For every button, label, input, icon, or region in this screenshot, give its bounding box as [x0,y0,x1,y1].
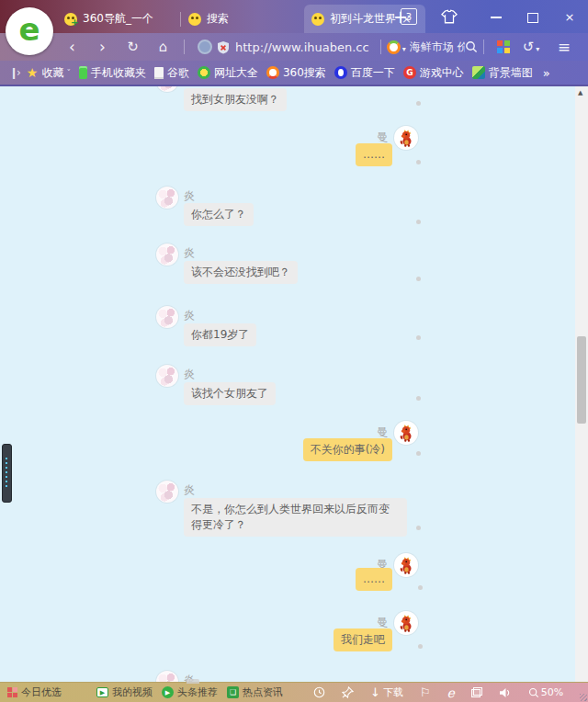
refresh-button[interactable]: ↻ [118,34,148,60]
tab-favicon-icon [64,13,77,26]
bookmark-baidu[interactable]: 百度一下 [334,65,395,81]
paragraph-comment-dot[interactable] [416,220,421,224]
message-bubble: 不是，你怎么到人类世界回来以后反而变得更冷了？ [184,498,407,537]
tab-favicon-icon [311,13,324,26]
download-button[interactable]: ↓ 下载 [370,685,403,699]
download-arrow-icon: ↓ [370,685,380,699]
sender-name: 炎 [184,308,195,323]
news-icon: ❏ [227,686,239,698]
flag-icon[interactable]: ⚐ [420,685,431,699]
bookmark-360-search[interactable]: 360搜索 [266,65,326,81]
home-button[interactable]: ⌂ [148,34,178,60]
bookmark-site-directory[interactable]: 网址大全 [198,65,258,81]
app-grid-icon[interactable] [497,40,510,53]
search-magnifier-icon[interactable] [465,40,478,53]
forward-button[interactable]: › [87,34,118,60]
statusbar-collapse-handle[interactable] [187,679,199,684]
avatar-flower [156,306,178,328]
avatar-flower [156,671,178,682]
security-shield-icon[interactable] [217,40,230,54]
minimize-button[interactable] [478,10,514,24]
url-field[interactable]: http://www.ihuaben.cc [235,40,369,54]
paragraph-comment-dot[interactable] [416,277,421,281]
paragraph-comment-dot[interactable] [418,644,423,649]
chevron-down-icon[interactable]: ▾ [402,45,406,53]
ie-mode-icon[interactable]: e [447,685,455,700]
divider [184,40,185,54]
message-bubble: 该找个女朋友了 [184,382,276,405]
session-count-badge[interactable]: 3 [401,8,417,25]
page-icon [154,67,164,79]
avatar-dragon [394,126,418,150]
tab-search[interactable]: 搜索 [181,5,304,33]
story-stage[interactable]: ▲ 找到女朋友没啊？曼……炎你怎么了？炎该不会还没找到吧？炎你都19岁了炎该找个… [0,86,588,682]
message-bubble: 你都19岁了 [184,323,256,346]
image-icon [472,66,485,79]
paragraph-comment-dot[interactable] [416,451,421,456]
page-zoom-button[interactable]: 50% [528,686,563,698]
theme-shirt-icon[interactable] [441,9,458,24]
message-bubble: 找到女朋友没啊？ [184,88,287,111]
today-picks-button[interactable]: 今日优选 [7,685,62,699]
game-center-icon: G [403,66,416,79]
history-clock-icon[interactable] [313,686,325,698]
divider [380,40,381,54]
window-close-button[interactable]: × [551,10,588,24]
recently-closed-icon[interactable]: ↺▾ [523,39,544,55]
speed-mode-icon[interactable] [198,40,212,54]
paragraph-comment-dot[interactable] [416,526,421,530]
scrollbar-thumb[interactable] [577,336,586,424]
menu-hamburger-icon[interactable]: ≡ [548,34,579,60]
tab-360-nav[interactable]: 360导航_一个 [57,5,180,33]
bookmark-google[interactable]: 谷歌 [154,65,189,81]
bookmarks-expand-icon[interactable]: ❙› [9,66,19,79]
bookmark-mobile-favorites[interactable]: 手机收藏夹 [79,65,146,81]
headline-feed-button[interactable]: ▶ 头条推荐 [162,685,218,699]
my-videos-button[interactable]: ▶ 我的视频 [96,685,153,699]
bookmarks-overflow-icon[interactable]: » [543,66,550,80]
tab-favicon-icon [188,13,201,26]
zoom-level: 50% [541,686,563,698]
message-bubble: …… [356,568,392,591]
scroll-up-arrow-icon[interactable]: ▲ [578,89,582,96]
search-box[interactable]: ▾ 海鲜市场 价 [387,40,478,55]
site-directory-icon [198,66,210,79]
sender-name: 炎 [184,482,195,498]
browser-logo-icon[interactable]: e [6,7,53,55]
search-input[interactable]: 海鲜市场 价 [410,40,465,55]
status-bar: 今日优选 ▶ 我的视频 ▶ 头条推荐 ❏ 热点资讯 ↓ 下载 ⚐ e [0,682,588,702]
paragraph-comment-dot[interactable] [416,335,421,340]
paragraph-comment-dot[interactable] [416,160,421,164]
message-bubble: 我们走吧 [334,628,392,651]
bookmark-favorites[interactable]: ★ 收藏 ˅ [27,65,71,81]
back-button[interactable]: ‹ [57,34,87,60]
avatar-flower [156,86,178,92]
video-icon: ▶ [96,687,108,697]
multi-window-icon[interactable] [471,687,482,697]
paragraph-comment-dot[interactable] [416,101,421,106]
play-icon: ▶ [162,686,174,698]
bookmark-game-center[interactable]: G 游戏中心 [403,65,464,81]
speaker-icon[interactable] [499,687,512,698]
paragraph-comment-dot[interactable] [418,585,423,590]
avatar-flower [156,481,178,503]
phone-icon [79,66,87,79]
star-icon: ★ [27,65,39,80]
bookmarks-bar: ❙› ★ 收藏 ˅ 手机收藏夹 谷歌 网址大全 360搜索 百度一下 G 游戏中 [0,61,588,86]
sender-name: 炎 [184,245,195,261]
search-engine-icon[interactable] [387,40,401,54]
browser-window: e 360导航_一个 搜索 初到斗龙世界 × + 3 [0,0,588,702]
hot-news-button[interactable]: ❏ 热点资讯 [227,685,283,699]
bookmark-wallpaper[interactable]: 背景墙图 [472,65,533,81]
pin-icon[interactable] [342,686,354,698]
tab-title: 初到斗龙世界 [330,11,396,27]
paragraph-comment-dot[interactable] [416,396,421,401]
sender-name: 炎 [184,188,195,204]
side-panel-handle[interactable] [2,444,12,503]
maximize-button[interactable] [514,10,551,24]
message-bubble: 你怎么了？ [184,203,254,226]
address-bar: ‹ › ↻ ⌂ http://www.ihuaben.cc ▾ 海鲜市场 价 ↺… [0,33,588,61]
chevron-down-icon: ˅ [66,68,71,77]
resize-grip[interactable] [580,694,587,701]
vertical-scrollbar[interactable]: ▲ [575,86,588,682]
